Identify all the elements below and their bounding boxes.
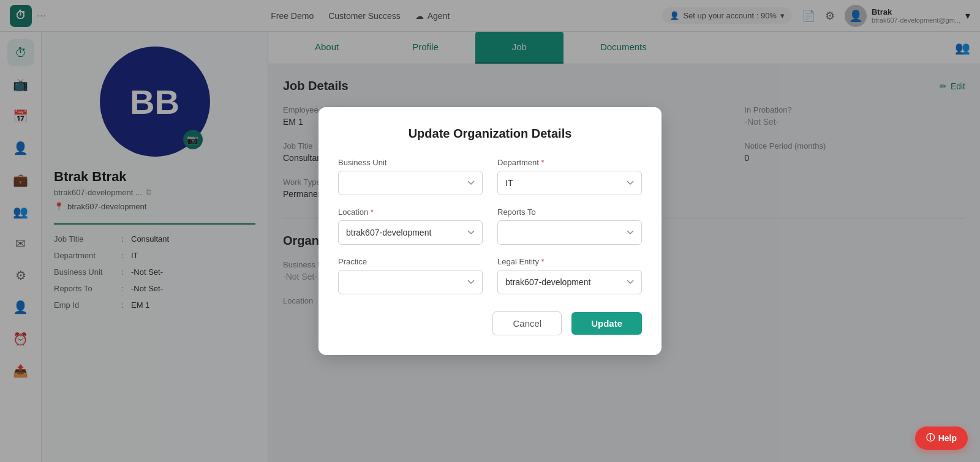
modal-title: Update Organization Details	[338, 127, 642, 141]
required-star: *	[371, 207, 374, 217]
required-star: *	[541, 257, 545, 266]
department-select[interactable]: IT	[497, 171, 642, 195]
practice-select[interactable]	[338, 270, 483, 294]
modal-footer: Cancel Update	[338, 311, 642, 335]
modal-field-department: Department * IT	[497, 158, 642, 195]
modal-field-practice: Practice	[338, 257, 483, 294]
modal-field-location: Location * btrak607-development	[338, 207, 483, 245]
modal-overlay: Update Organization Details Business Uni…	[0, 0, 980, 462]
update-org-modal: Update Organization Details Business Uni…	[318, 107, 662, 355]
legal-entity-select[interactable]: btrak607-development	[497, 270, 642, 294]
help-button[interactable]: ⓘ Help	[915, 427, 968, 450]
reports-to-select[interactable]	[497, 220, 642, 245]
cancel-button[interactable]: Cancel	[492, 311, 562, 335]
business-unit-select[interactable]	[338, 171, 483, 195]
modal-fields-grid: Business Unit Department * IT Location	[338, 158, 642, 294]
update-button[interactable]: Update	[571, 312, 642, 335]
modal-field-business-unit: Business Unit	[338, 158, 483, 195]
required-star: *	[541, 158, 545, 167]
modal-field-legal-entity: Legal Entity * btrak607-development	[497, 257, 642, 294]
modal-field-reports-to: Reports To	[497, 207, 642, 245]
location-select[interactable]: btrak607-development	[338, 220, 483, 245]
help-icon: ⓘ	[926, 433, 935, 444]
